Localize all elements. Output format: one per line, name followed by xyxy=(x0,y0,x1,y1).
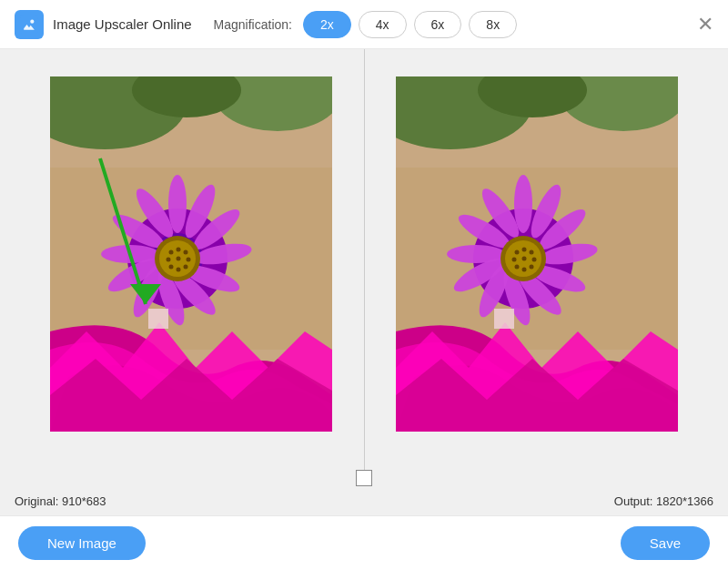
mag-8x-button[interactable]: 8x xyxy=(469,11,517,38)
original-image xyxy=(50,76,332,432)
svg-point-26 xyxy=(187,258,191,262)
svg-point-59 xyxy=(530,265,534,270)
info-bar: Original: 910*683 Output: 1820*1366 xyxy=(0,486,728,515)
header: Image Upscaler Online Magnification: 2x … xyxy=(0,0,728,49)
svg-point-50 xyxy=(447,245,505,263)
svg-point-63 xyxy=(522,257,527,261)
app-title: Image Upscaler Online xyxy=(53,16,192,32)
save-button[interactable]: Save xyxy=(621,526,710,560)
svg-point-60 xyxy=(522,268,527,272)
close-button[interactable]: ✕ xyxy=(697,15,713,35)
output-image-panel xyxy=(364,49,710,515)
output-image xyxy=(396,76,678,432)
svg-point-61 xyxy=(515,265,520,270)
svg-rect-32 xyxy=(148,309,168,329)
output-dimensions-label: Output: 1820*1366 xyxy=(614,494,713,508)
app-logo xyxy=(15,10,44,39)
new-image-button[interactable]: New Image xyxy=(18,526,146,560)
svg-point-27 xyxy=(184,265,188,270)
svg-point-62 xyxy=(512,258,517,262)
svg-point-30 xyxy=(167,258,171,262)
mag-6x-button[interactable]: 6x xyxy=(414,11,462,38)
svg-rect-64 xyxy=(494,309,514,329)
magnification-label: Magnification: xyxy=(214,17,292,32)
output-image-wrapper xyxy=(396,76,678,432)
svg-point-55 xyxy=(515,250,520,255)
svg-point-31 xyxy=(177,257,181,261)
original-image-panel xyxy=(18,49,364,515)
svg-point-23 xyxy=(169,250,174,255)
svg-point-57 xyxy=(530,250,534,255)
center-handle[interactable] xyxy=(356,470,372,486)
svg-point-24 xyxy=(177,248,181,252)
svg-point-1 xyxy=(30,19,34,23)
original-dimensions-label: Original: 910*683 xyxy=(15,494,106,508)
svg-point-29 xyxy=(169,265,174,270)
svg-point-56 xyxy=(522,248,527,252)
mag-2x-button[interactable]: 2x xyxy=(303,11,351,38)
svg-rect-0 xyxy=(20,15,38,34)
mag-4x-button[interactable]: 4x xyxy=(359,11,407,38)
svg-point-58 xyxy=(532,258,537,262)
footer: New Image Save xyxy=(0,515,728,570)
main-area: Original: 910*683 Output: 1820*1366 xyxy=(0,49,728,515)
magnification-controls: 2x 4x 6x 8x xyxy=(303,11,517,38)
svg-point-25 xyxy=(184,250,188,255)
svg-point-28 xyxy=(177,268,181,272)
original-image-wrapper xyxy=(50,76,332,432)
